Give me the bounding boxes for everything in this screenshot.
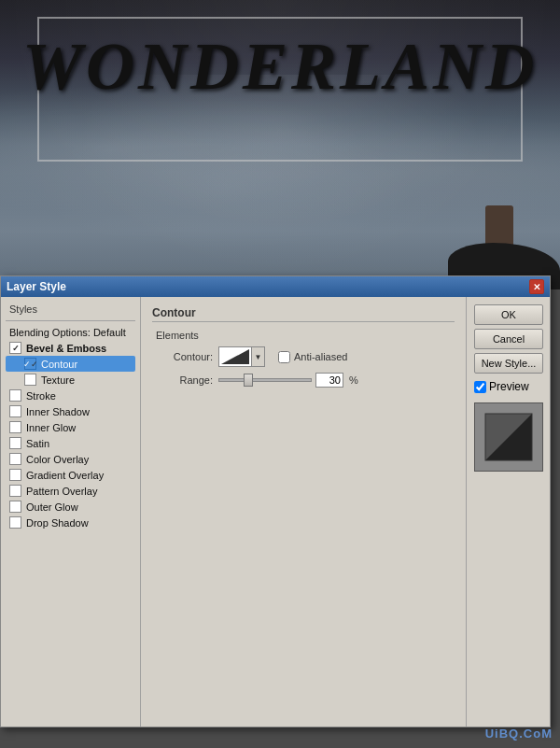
new-style-button[interactable]: New Style... xyxy=(474,353,543,374)
satin-checkbox[interactable] xyxy=(9,437,21,449)
range-input[interactable]: 30 xyxy=(315,373,343,388)
blending-options-label: Blending Options: Default xyxy=(9,327,126,338)
inner-glow-checkbox[interactable] xyxy=(9,421,21,433)
preview-svg xyxy=(481,409,537,465)
close-button[interactable]: ✕ xyxy=(529,279,544,294)
dialog-titlebar: Layer Style ✕ xyxy=(1,276,550,297)
wonderland-title: WONDERLAND xyxy=(22,28,538,106)
cancel-button[interactable]: Cancel xyxy=(474,329,543,349)
contour-dropdown-arrow[interactable]: ▼ xyxy=(252,346,265,367)
watermark: UiBQ.CoM xyxy=(485,727,553,741)
sidebar-item-texture[interactable]: Texture xyxy=(6,372,135,388)
sidebar-item-bevel-emboss[interactable]: Bevel & Emboss xyxy=(6,340,135,356)
contour-section-title: Contour xyxy=(152,306,455,319)
blending-options-item[interactable]: Blending Options: Default xyxy=(6,325,135,340)
contour-field-label: Contour: xyxy=(152,351,213,362)
dialog-title: Layer Style xyxy=(7,280,66,293)
bevel-emboss-checkbox[interactable] xyxy=(9,342,21,354)
divider-1 xyxy=(6,320,135,321)
gradient-overlay-checkbox[interactable] xyxy=(9,469,21,481)
drop-shadow-label: Drop Shadow xyxy=(26,517,89,529)
svg-marker-0 xyxy=(221,349,249,364)
left-panel: Styles Blending Options: Default Bevel &… xyxy=(1,297,141,727)
stroke-label: Stroke xyxy=(26,390,56,402)
sidebar-item-color-overlay[interactable]: Color Overlay xyxy=(6,451,135,467)
ok-button[interactable]: OK xyxy=(474,304,543,325)
contour-svg xyxy=(221,349,249,364)
preview-checkbox[interactable] xyxy=(474,381,486,393)
sidebar-item-inner-shadow[interactable]: Inner Shadow xyxy=(6,403,135,419)
bevel-emboss-label: Bevel & Emboss xyxy=(26,343,106,354)
texture-label: Texture xyxy=(41,374,75,386)
color-overlay-label: Color Overlay xyxy=(26,454,89,465)
section-divider xyxy=(152,321,455,322)
buttons-panel: OK Cancel New Style... Preview xyxy=(466,297,550,727)
stroke-checkbox[interactable] xyxy=(9,389,21,402)
anti-aliased-label: Anti-aliased xyxy=(294,351,347,362)
sidebar-item-inner-glow[interactable]: Inner Glow xyxy=(6,419,135,435)
contour-control: ▼ Anti-aliased xyxy=(218,346,347,367)
inner-shadow-label: Inner Shadow xyxy=(26,406,90,417)
contour-checkbox[interactable]: ✓ xyxy=(24,358,36,370)
sidebar-item-outer-glow[interactable]: Outer Glow xyxy=(6,499,135,515)
gradient-overlay-label: Gradient Overlay xyxy=(26,470,104,481)
inner-shadow-checkbox[interactable] xyxy=(9,405,21,417)
contour-label: Contour xyxy=(41,359,77,370)
outer-glow-label: Outer Glow xyxy=(26,501,78,513)
range-field-label: Range: xyxy=(152,374,213,386)
styles-label: Styles xyxy=(6,302,135,317)
sidebar-item-stroke[interactable]: Stroke xyxy=(6,388,135,403)
outer-glow-checkbox[interactable] xyxy=(9,501,21,513)
right-panel: Contour Elements Contour: ▼ Anti-aliased xyxy=(141,297,466,727)
color-overlay-checkbox[interactable] xyxy=(9,453,21,465)
range-slider-container: 30 % xyxy=(218,373,358,388)
sidebar-item-gradient-overlay[interactable]: Gradient Overlay xyxy=(6,467,135,483)
range-row: Range: 30 % xyxy=(152,373,455,388)
sidebar-item-contour[interactable]: ✓ Contour xyxy=(6,356,135,372)
sidebar-item-satin[interactable]: Satin xyxy=(6,435,135,451)
elements-label: Elements xyxy=(152,330,455,341)
anti-aliased-checkbox[interactable] xyxy=(278,351,290,363)
satin-label: Satin xyxy=(26,438,49,449)
preview-area xyxy=(474,402,543,472)
contour-row: Contour: ▼ Anti-aliased xyxy=(152,346,455,367)
percent-label: % xyxy=(349,374,358,386)
preview-label: Preview xyxy=(489,380,529,393)
layer-style-dialog: Layer Style ✕ Styles Blending Options: D… xyxy=(0,275,551,727)
pattern-overlay-label: Pattern Overlay xyxy=(26,486,97,497)
range-slider[interactable] xyxy=(218,378,312,382)
dialog-body: Styles Blending Options: Default Bevel &… xyxy=(1,297,550,727)
texture-checkbox[interactable] xyxy=(24,374,36,386)
inner-glow-label: Inner Glow xyxy=(26,422,76,433)
contour-preview[interactable] xyxy=(218,346,252,367)
drop-shadow-checkbox[interactable] xyxy=(9,516,21,529)
anti-alias-container: Anti-aliased xyxy=(278,351,347,363)
sidebar-item-pattern-overlay[interactable]: Pattern Overlay xyxy=(6,483,135,499)
preview-row: Preview xyxy=(474,380,542,393)
pattern-overlay-checkbox[interactable] xyxy=(9,485,21,497)
sidebar-item-drop-shadow[interactable]: Drop Shadow xyxy=(6,515,135,530)
canvas-area: WONDERLAND xyxy=(0,0,560,289)
